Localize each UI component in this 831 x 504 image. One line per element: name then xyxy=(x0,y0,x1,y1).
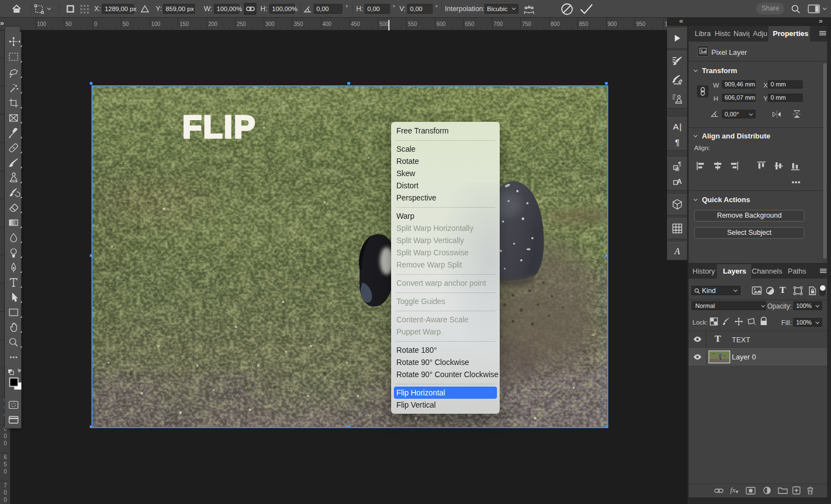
svg-text:A: A xyxy=(677,178,682,186)
svg-text:¶: ¶ xyxy=(678,161,681,167)
